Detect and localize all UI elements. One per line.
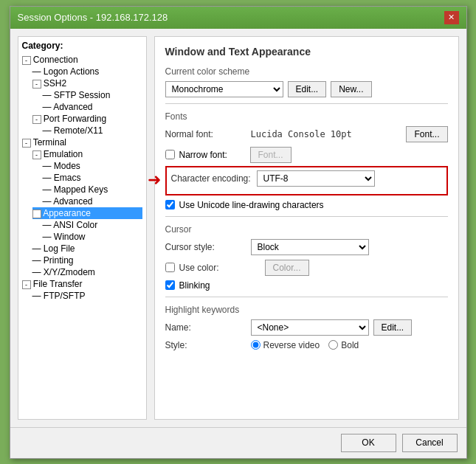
style-reverse-radio[interactable] xyxy=(251,340,261,350)
sidebar-item-ansi-color[interactable]: — ANSI Color xyxy=(43,219,142,231)
right-panel: Window and Text Appearance Current color… xyxy=(154,36,459,420)
name-label: Name: xyxy=(165,322,246,333)
expander-port-forwarding[interactable]: - xyxy=(32,115,41,124)
sidebar-item-advanced-ssh[interactable]: — Advanced xyxy=(43,101,142,113)
style-bold-radio[interactable] xyxy=(328,340,338,350)
sidebar-item-advanced-terminal[interactable]: — Advanced xyxy=(43,195,142,207)
normal-font-value: Lucida Console 10pt xyxy=(251,129,402,139)
expander-appearance[interactable]: - xyxy=(32,210,41,218)
sidebar-item-emacs[interactable]: — Emacs xyxy=(43,172,142,184)
sidebar-item-ssh2[interactable]: - SSH2 xyxy=(32,77,142,89)
cursor-style-label: Cursor style: xyxy=(165,242,246,252)
sidebar-item-port-forwarding[interactable]: - Port Forwarding xyxy=(32,113,142,125)
expander-file-transfer[interactable]: - xyxy=(22,280,31,289)
cursor-section-label: Cursor xyxy=(165,224,448,235)
cursor-style-select[interactable]: Block Underline Vertical Bar xyxy=(251,239,369,255)
cursor-style-row: Cursor style: Block Underline Vertical B… xyxy=(165,239,448,255)
file-transfer-label: File Transfer xyxy=(33,279,83,289)
use-color-row: Use color: Color... xyxy=(165,260,448,276)
ssh2-label: SSH2 xyxy=(44,78,66,89)
terminal-children: - Emulation — Modes — Emacs — Mapped Key… xyxy=(22,148,142,278)
highlight-name-row: Name: <None> Edit... xyxy=(165,319,448,336)
style-bold-label: Bold xyxy=(328,340,359,350)
emulation-label: Emulation xyxy=(44,149,83,159)
blinking-row: Blinking xyxy=(165,280,448,291)
sidebar-item-ftp-sftp[interactable]: — FTP/SFTP xyxy=(32,290,142,302)
appearance-label: Appearance xyxy=(43,208,91,218)
highlight-section-label: Highlight keywords xyxy=(165,305,448,315)
style-reverse-label: Reverse video xyxy=(251,340,320,350)
encoding-row: ➜ Character encoding: UTF-8 xyxy=(171,170,442,187)
close-button[interactable]: ✕ xyxy=(444,11,459,24)
edit-color-scheme-button[interactable]: Edit... xyxy=(288,81,327,97)
file-transfer-children: — FTP/SFTP xyxy=(22,290,142,302)
encoding-highlight-box: ➜ Character encoding: UTF-8 xyxy=(165,166,448,195)
char-encoding-select[interactable]: UTF-8 xyxy=(257,170,375,187)
footer-bar: OK Cancel xyxy=(10,427,466,458)
color-button[interactable]: Color... xyxy=(265,260,309,276)
name-select[interactable]: <None> xyxy=(251,319,369,336)
fonts-section-label: Fonts xyxy=(165,111,448,122)
sidebar-item-emulation[interactable]: - Emulation xyxy=(32,148,142,160)
unicode-label: Use Unicode line-drawing characters xyxy=(179,200,324,210)
new-color-scheme-button[interactable]: New... xyxy=(331,81,371,97)
cancel-button[interactable]: Cancel xyxy=(402,434,458,452)
style-row: Style: Reverse video Bold xyxy=(165,340,448,350)
narrow-font-button[interactable]: Font... xyxy=(250,147,292,163)
session-options-dialog: Session Options - 192.168.172.128 ✕ Cate… xyxy=(10,6,467,459)
panel-title: Window and Text Appearance xyxy=(165,46,448,58)
terminal-label: Terminal xyxy=(33,137,66,148)
blinking-checkbox[interactable] xyxy=(165,280,175,290)
expander-connection[interactable]: - xyxy=(22,56,31,65)
narrow-font-label: Narrow font: xyxy=(179,150,246,160)
dialog-title: Session Options - 192.168.172.128 xyxy=(18,12,168,23)
use-color-checkbox[interactable] xyxy=(165,263,175,272)
port-forwarding-children: — Remote/X11 xyxy=(32,125,142,136)
sidebar-item-terminal[interactable]: - Terminal xyxy=(22,136,142,148)
use-color-label: Use color: xyxy=(179,263,261,273)
separator-2 xyxy=(165,216,448,217)
separator-1 xyxy=(165,103,448,104)
appearance-children: — ANSI Color — Window xyxy=(32,219,142,243)
connection-label: Connection xyxy=(33,55,78,65)
narrow-font-row: Narrow font: Font... xyxy=(165,147,448,163)
char-encoding-label: Character encoding: xyxy=(171,173,252,184)
blinking-label: Blinking xyxy=(179,280,210,291)
expander-emulation[interactable]: - xyxy=(32,150,41,159)
category-label: Category: xyxy=(22,41,142,51)
ok-button[interactable]: OK xyxy=(341,434,396,452)
separator-3 xyxy=(165,297,448,297)
emulation-children: — Modes — Emacs — Mapped Keys — Advanced xyxy=(32,160,142,207)
sidebar-item-appearance[interactable]: - Appearance xyxy=(32,207,142,219)
sidebar-item-log-file[interactable]: — Log File xyxy=(32,243,142,254)
unicode-checkbox[interactable] xyxy=(165,200,175,210)
sidebar-item-remote-x11[interactable]: — Remote/X11 xyxy=(43,125,142,136)
sidebar-item-logon-actions[interactable]: — Logon Actions xyxy=(32,66,142,77)
narrow-font-checkbox[interactable] xyxy=(165,150,175,159)
category-panel: Category: - Connection — Logon Actions -… xyxy=(18,36,147,420)
sidebar-item-window[interactable]: — Window xyxy=(43,231,142,243)
edit-highlight-button[interactable]: Edit... xyxy=(373,319,413,336)
sidebar-item-xyz-modem[interactable]: — X/Y/Zmodem xyxy=(32,266,142,278)
arrow-indicator: ➜ xyxy=(148,170,161,190)
normal-font-row: Normal font: Lucida Console 10pt Font... xyxy=(165,126,448,142)
unicode-checkbox-row: Use Unicode line-drawing characters xyxy=(165,200,448,210)
sidebar-item-modes[interactable]: — Modes xyxy=(43,160,142,172)
sidebar-item-file-transfer[interactable]: - File Transfer xyxy=(22,278,142,290)
port-forwarding-label: Port Forwarding xyxy=(44,114,106,124)
title-bar: Session Options - 192.168.172.128 ✕ xyxy=(10,7,466,29)
color-scheme-section-label: Current color scheme xyxy=(165,66,448,77)
font-button[interactable]: Font... xyxy=(406,126,447,142)
style-label: Style: xyxy=(165,340,246,350)
style-radio-group: Reverse video Bold xyxy=(251,340,359,350)
sidebar-item-connection[interactable]: - Connection xyxy=(22,54,142,66)
ssh2-children: — SFTP Session — Advanced xyxy=(32,89,142,113)
sidebar-item-printing[interactable]: — Printing xyxy=(32,254,142,266)
expander-ssh2[interactable]: - xyxy=(32,80,41,89)
connection-children: — Logon Actions - SSH2 — SFTP Session — … xyxy=(22,66,142,136)
color-scheme-select[interactable]: Monochrome xyxy=(165,81,283,97)
sidebar-item-mapped-keys[interactable]: — Mapped Keys xyxy=(43,184,142,195)
sidebar-item-sftp-session[interactable]: — SFTP Session xyxy=(43,89,142,101)
dialog-body: Category: - Connection — Logon Actions -… xyxy=(10,29,466,427)
expander-terminal[interactable]: - xyxy=(22,139,31,148)
